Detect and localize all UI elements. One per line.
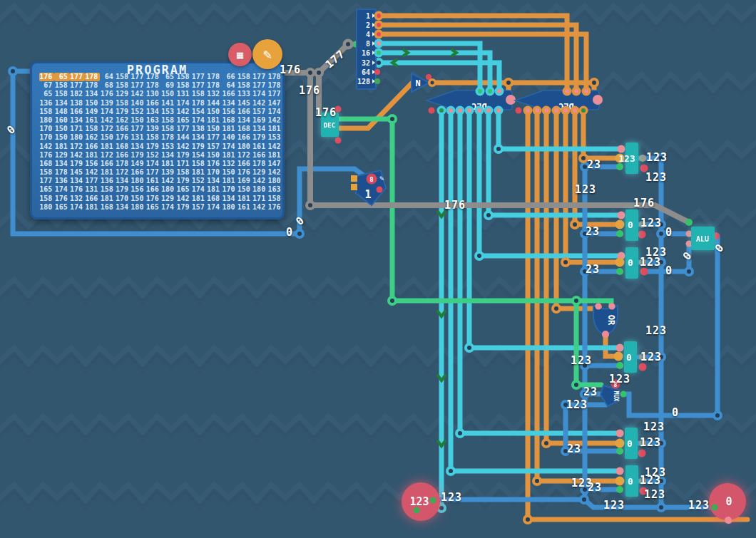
program-cell: 68 [100,81,115,90]
register-f[interactable]: 0 [625,465,638,497]
program-cell: 134 [252,125,267,133]
program-cell: 170 [39,125,54,133]
program-cell: 180 [267,177,282,185]
program-cell: 150 [207,125,222,133]
program-cell: 177 [207,133,222,142]
program-cell: 142 [131,90,145,98]
program-cell: 180 [252,185,267,194]
program-cell: 176 [39,151,54,160]
program-cell: 138 [191,125,206,133]
program-row: 1421811721661811681341791531421791571741… [39,143,283,151]
register-b[interactable]: 0 [625,209,638,241]
program-row: 1681341791561661781491741811711581761321… [39,160,283,168]
program-cell: 153 [267,133,282,142]
program-row: 1581481661491741791521341531421541501561… [39,108,283,116]
program-cell: 157 [191,203,206,212]
program-cell: 158 [191,160,206,168]
counter-input-pin[interactable] [351,175,357,182]
program-cell: 134 [116,177,131,185]
program-cell: 158 [176,168,191,177]
program-cell: 166 [131,168,145,177]
program-cell: 142 [252,177,267,185]
program-cell: 180 [39,203,54,212]
program-row: 1581761321661811701501761291421811681341… [39,195,283,203]
program-cell: 170 [116,195,131,203]
bit-label-1: 1 [366,12,370,20]
or-gate-label: OR [606,315,616,326]
program-cell: 178 [161,133,176,142]
program-cell: 165 [176,185,191,194]
program-memory[interactable]: PROGRAM 17665177178641581771786515817717… [30,61,285,219]
bit-width-badge-text: 8 [369,176,373,183]
program-cell: 177 [131,73,145,81]
program-cell: 166 [237,133,252,142]
program-cell: 170 [207,168,222,177]
program-cell: 160 [54,116,69,125]
program-cell: 161 [145,177,160,185]
program-cell: 170 [222,185,237,194]
program-cell: 177 [191,81,206,90]
program-cell: 161 [237,203,252,212]
program-cell: 166 [100,160,115,168]
program-cell: 177 [191,73,206,81]
program-cell: 166 [116,125,131,133]
program-cell: 176 [237,168,252,177]
program-cell: 142 [39,143,54,151]
program-cell: 181 [54,143,69,151]
program-row: 1701501801621501761311581781441341771401… [39,133,283,142]
program-cell: 139 [145,125,160,133]
program-cell: 134 [191,133,206,142]
program-cell: 134 [222,99,237,108]
program-cell: 138 [70,99,85,108]
program-cell: 166 [252,151,267,160]
program-cell: 169 [237,177,252,185]
program-cell: 178 [145,73,160,81]
program-cell: 142 [161,177,176,185]
register-e[interactable]: 0 [625,428,638,459]
register-b-value: 0 [628,219,633,230]
program-cell: 170 [39,133,54,142]
program-cell: 168 [116,143,131,151]
counter-input-pin[interactable] [351,184,357,190]
program-cell: 129 [116,90,131,98]
program-cell: 145 [70,168,85,177]
program-cell: 134 [85,90,100,98]
program-cell: 131 [85,185,100,194]
memory-view-button[interactable]: ▦ [228,43,252,66]
program-cell: 181 [222,125,237,133]
program-cell: 181 [85,151,100,160]
alu-component[interactable]: ALU [691,227,715,250]
program-cell: 181 [222,151,237,160]
program-cell: 158 [54,81,69,90]
program-cell: 177 [39,177,54,185]
memory-grid-icon: ▦ [237,48,243,61]
program-cell: 165 [39,185,54,194]
program-cell: 136 [39,99,54,108]
program-row: 6515818213417612914213015013115813216613… [39,90,283,98]
program-cell: 142 [100,116,115,125]
program-cell: 142 [267,168,282,177]
program-cell: 133 [237,90,252,98]
edit-button[interactable]: ✎ [252,39,282,69]
program-cell: 178 [267,73,282,81]
program-cell: 177 [70,73,85,81]
program-cell: 161 [252,143,267,151]
bit-width-badge-text: 8 [614,382,618,388]
decoder-small[interactable]: DEC [321,113,339,137]
program-cell: 158 [237,81,252,90]
register-c[interactable]: 0 [625,247,638,279]
program-cell: 181 [161,160,176,168]
program-cell: 150 [207,151,222,160]
program-cell: 156 [222,108,237,116]
program-cell: 153 [161,108,176,116]
program-cell: 180 [70,133,85,142]
program-cell: 179 [145,143,160,151]
program-cell: 176 [145,195,160,203]
register-d[interactable]: 0 [624,341,637,373]
output-left-value: 123 [409,495,429,508]
program-cell: 145 [237,99,252,108]
program-cell: 149 [85,108,100,116]
output-right[interactable]: 0 [709,483,746,520]
program-cell: 171 [70,125,85,133]
program-cell: 165 [176,116,191,125]
